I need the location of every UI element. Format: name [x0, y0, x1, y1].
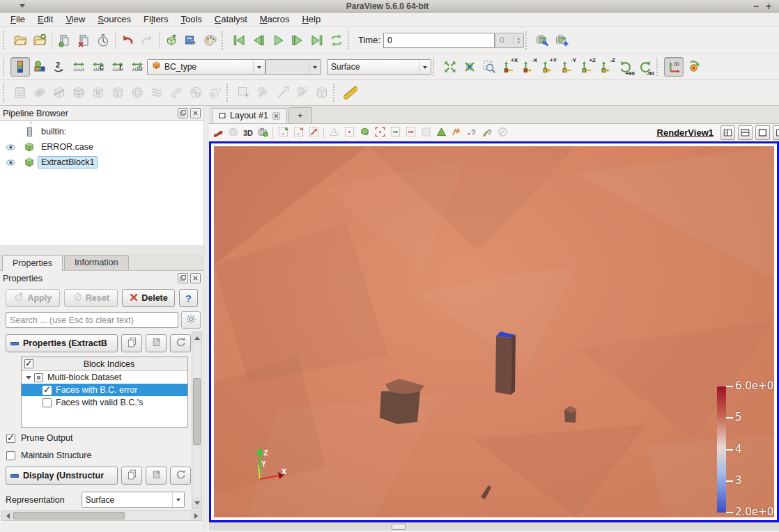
hover-points[interactable]	[418, 125, 433, 140]
pipeline-float-button[interactable]	[178, 108, 188, 118]
toolbar-handle[interactable]	[3, 58, 8, 76]
split-vertical-button[interactable]	[738, 125, 753, 140]
restore-display-defaults-button[interactable]	[170, 467, 191, 485]
copy-display-button[interactable]	[121, 467, 142, 485]
help-button[interactable]: ?	[179, 289, 198, 307]
disconnect-server[interactable]	[74, 31, 93, 50]
block-row-faces-with-valid-b-c-s[interactable]: Faces with valid B.C.'s	[22, 396, 187, 409]
rescale-to-temporal-range[interactable]: t	[108, 57, 128, 77]
toggle-interaction-mode[interactable]	[210, 125, 226, 140]
first-frame[interactable]	[229, 31, 249, 50]
split-horizontal-button[interactable]	[720, 125, 735, 140]
glyph-filter[interactable]	[128, 83, 147, 102]
ruler[interactable]	[341, 83, 360, 102]
group-datasets-filter[interactable]	[186, 83, 206, 102]
pipeline-close-button[interactable]	[190, 108, 201, 118]
maintain-structure-checkbox[interactable]	[6, 451, 15, 460]
auto-apply[interactable]	[181, 31, 201, 50]
menu-catalyst[interactable]: Catalyst	[208, 13, 254, 25]
edit-color-map[interactable]	[30, 57, 49, 77]
scrollbar-thumb[interactable]	[13, 512, 125, 519]
delete-button[interactable]: Delete	[122, 289, 175, 307]
apply-button[interactable]: Apply	[6, 289, 60, 307]
toolbar-handle[interactable]	[656, 58, 662, 76]
frame-spinbox[interactable]: 0▲▼	[495, 33, 524, 48]
threshold-filter[interactable]	[88, 83, 108, 102]
rescale-to-custom-range[interactable]: C	[88, 57, 108, 77]
select-cells-on-surface[interactable]	[275, 125, 291, 140]
rescale-to-visible-range[interactable]	[128, 57, 147, 77]
set-view-minus-z[interactable]: -Z	[596, 57, 616, 77]
toolbar-handle[interactable]	[433, 58, 438, 76]
plot-selection-over-time[interactable]	[254, 83, 273, 102]
capture-screenshot[interactable]	[255, 125, 270, 140]
loop[interactable]	[327, 31, 346, 50]
set-view-minus-y[interactable]: -Y	[557, 57, 577, 77]
capture-view[interactable]	[226, 125, 241, 140]
probe-location[interactable]	[273, 83, 293, 102]
zoom-to-box[interactable]	[479, 57, 499, 77]
select-cells-through[interactable]	[306, 125, 321, 140]
expander-icon[interactable]	[26, 376, 31, 382]
hover-cells[interactable]	[403, 125, 418, 140]
calculator-filter[interactable]	[10, 83, 30, 102]
toolbar-handle[interactable]	[3, 84, 8, 102]
interactive-select-tool[interactable]	[449, 125, 464, 140]
search-options-button[interactable]	[181, 311, 201, 329]
clip-filter[interactable]	[49, 83, 69, 102]
row-checkbox[interactable]	[43, 386, 52, 395]
paste-display-button[interactable]	[146, 467, 167, 485]
rotate-90-counterclockwise[interactable]: -90	[635, 57, 655, 77]
menu-help[interactable]: Help	[295, 13, 327, 25]
extract-group-filter[interactable]	[206, 83, 225, 102]
properties-vertical-scrollbar[interactable]	[192, 331, 202, 509]
rescale-to-data-range[interactable]	[69, 57, 88, 77]
search-input[interactable]	[6, 312, 178, 328]
tab-information[interactable]: Information	[64, 255, 129, 270]
scroll-up-button[interactable]	[192, 332, 201, 343]
scroll-left-button[interactable]	[2, 511, 13, 520]
representation-toolbar-combo[interactable]: Surface	[327, 59, 431, 75]
menu-macros[interactable]: Macros	[254, 13, 296, 25]
panel-splitter[interactable]	[0, 245, 203, 254]
window-menu-icon[interactable]	[20, 4, 25, 10]
set-view-plus-z[interactable]: +Z	[577, 57, 596, 77]
toolbar-handle[interactable]	[333, 84, 339, 102]
menu-sources[interactable]: Sources	[91, 13, 137, 25]
layout-tab[interactable]: Layout #1	[212, 108, 287, 123]
properties-horizontal-scrollbar[interactable]	[1, 510, 202, 521]
separate-color-map[interactable]: 2	[49, 57, 69, 77]
select-points-polygon[interactable]	[341, 125, 357, 140]
prune-output-checkbox[interactable]	[6, 434, 15, 443]
toolbar-handle[interactable]	[348, 31, 353, 49]
maximize-button[interactable]: +	[762, 1, 775, 11]
block-row-faces-with-b-c-error[interactable]: Faces with B.C. error	[22, 384, 187, 396]
close-view-button[interactable]	[773, 125, 779, 140]
properties-close-button[interactable]	[190, 273, 201, 283]
next-frame[interactable]	[288, 31, 307, 50]
maximize-view-button[interactable]	[755, 125, 770, 140]
camera-link-add[interactable]	[553, 31, 572, 50]
pipeline-item-extractblock1[interactable]: ExtractBlock1	[0, 155, 203, 170]
paste-properties-button[interactable]	[146, 334, 167, 352]
visibility-eye-icon[interactable]	[4, 157, 17, 168]
color-legend-bar[interactable]	[717, 386, 726, 513]
save-data[interactable]	[30, 31, 49, 50]
toolbar-handle[interactable]	[222, 31, 227, 49]
block-indices-checkbox[interactable]	[24, 359, 33, 368]
block-row-multi-block-dataset[interactable]: Multi-block Dataset	[22, 371, 187, 384]
last-frame[interactable]	[307, 31, 327, 50]
reset-session[interactable]	[93, 31, 113, 50]
spinner-arrows[interactable]: ▲▼	[514, 36, 523, 45]
close-tab-icon[interactable]	[272, 111, 281, 120]
redo[interactable]	[137, 31, 157, 50]
color-by-combo[interactable]: BC_type	[147, 59, 265, 75]
previous-frame[interactable]	[249, 31, 268, 50]
interactive-select-points[interactable]	[387, 125, 403, 140]
set-view-plus-x[interactable]: +X	[499, 57, 518, 77]
slice-filter[interactable]	[69, 83, 88, 102]
set-view-minus-x[interactable]: -X	[518, 57, 538, 77]
plot-global-variables[interactable]	[293, 83, 312, 102]
dock-view-splitter[interactable]	[203, 106, 209, 531]
row-checkbox[interactable]	[43, 398, 52, 407]
